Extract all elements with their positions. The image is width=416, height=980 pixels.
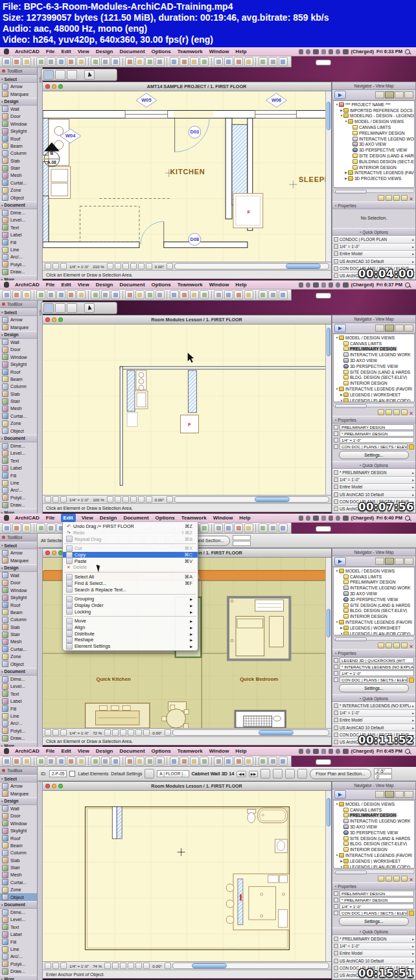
- toolbar-button-20[interactable]: [214, 523, 223, 532]
- tool-window[interactable]: Window: [0, 354, 37, 361]
- scale-indicator[interactable]: 1/4" = 1'-0": [68, 964, 90, 968]
- new-folder-icon[interactable]: [393, 409, 400, 415]
- nav-tree-item[interactable]: ▼LEGENDS | PLAN (FOR COPY): [334, 864, 414, 869]
- tool-dime[interactable]: Dime...: [0, 676, 37, 683]
- edit-menu-item-move[interactable]: Move: [63, 618, 198, 624]
- vertical-scroll-thumb[interactable]: [327, 328, 330, 356]
- zoom-tool-button-6[interactable]: [143, 963, 150, 969]
- tool-skylight[interactable]: Skylight: [0, 361, 37, 368]
- toolbar-button-3[interactable]: [22, 290, 31, 299]
- tool-slab[interactable]: Slab: [0, 157, 37, 165]
- quick-view-button-3[interactable]: [60, 963, 67, 969]
- toolbar-button-26[interactable]: [279, 57, 288, 66]
- close-icon[interactable]: [2, 769, 5, 772]
- toolbar-button-25[interactable]: [268, 290, 277, 299]
- zoom-tool-button-6[interactable]: [146, 263, 152, 269]
- toolbar-button-1[interactable]: [2, 290, 11, 299]
- toolbox-section-more[interactable]: More: [0, 508, 37, 514]
- tool-arc[interactable]: Arc/...: [0, 720, 37, 727]
- tool-wall[interactable]: Wall: [0, 339, 37, 346]
- tool-window[interactable]: Window: [0, 587, 37, 594]
- tool-object[interactable]: Object: [0, 893, 37, 900]
- toolbar-button-2[interactable]: [12, 757, 21, 766]
- edit-menu-item-redo[interactable]: Redo⇧⌘Z: [63, 530, 198, 536]
- toolbar-button-13[interactable]: [135, 290, 144, 299]
- horizontal-scrollbar[interactable]: [172, 963, 329, 969]
- toolbar-button-10[interactable]: [101, 57, 110, 66]
- menu-window[interactable]: Window: [209, 280, 230, 289]
- input-menu-icon[interactable]: [329, 749, 333, 754]
- menu-options[interactable]: Options: [151, 47, 172, 56]
- quick-view-button-2[interactable]: [52, 729, 59, 736]
- edit-menu-item-find-select[interactable]: Find & Select...⌘F: [63, 580, 198, 587]
- edit-menu-item-repeat-drag[interactable]: Repeat Drag⌘B: [63, 536, 198, 542]
- selection-mode-icon[interactable]: [55, 70, 65, 80]
- tool-draw[interactable]: Draw...: [0, 968, 37, 975]
- tool-slab[interactable]: Slab: [0, 624, 37, 631]
- go-to-view-button[interactable]: [334, 91, 346, 99]
- tool-wall[interactable]: Wall: [0, 805, 37, 812]
- nav-tree-item[interactable]: 3D AXO VIEW: [334, 358, 414, 363]
- toolbar-button-21[interactable]: [224, 757, 233, 766]
- tool-label[interactable]: Label: [0, 931, 37, 938]
- bluetooth-icon[interactable]: [336, 49, 340, 54]
- toolbar-button-17[interactable]: [179, 290, 189, 299]
- tool-dime[interactable]: Dime...: [0, 209, 37, 216]
- navigator-hscrollbar[interactable]: [333, 403, 415, 407]
- property-field-2[interactable]: 1/4" = 1'-0": [340, 904, 414, 909]
- quick-option-row-1[interactable]: CONDOC | FLOOR PLAN: [332, 236, 415, 243]
- quick-option-row-3[interactable]: Entire Model: [332, 950, 415, 957]
- toolbar-button-18[interactable]: [190, 290, 199, 299]
- bluetooth-icon[interactable]: [336, 749, 340, 754]
- tool-roof[interactable]: Roof: [0, 834, 37, 841]
- toolbox-section-select[interactable]: Select: [0, 541, 37, 549]
- quick-option-row-1[interactable]: * PRELIMINARY DESIGN: [332, 935, 415, 942]
- tool-line[interactable]: Line: [0, 946, 37, 953]
- quick-option-row-1[interactable]: * INTERACTIVE LEGENDS (NO EXPLAN...: [332, 702, 415, 709]
- tool-marquee[interactable]: Marquee: [0, 556, 37, 564]
- floor-plan-canvas[interactable]: [43, 791, 331, 961]
- spotlight-icon[interactable]: [405, 749, 410, 754]
- tool-curtai[interactable]: Curtai...: [0, 879, 37, 886]
- label-elements-checkbox[interactable]: [69, 771, 75, 777]
- tool-line[interactable]: Line: [0, 479, 37, 486]
- nav-tree-item[interactable]: 3D AXO VIEW: [334, 824, 414, 830]
- menu-window[interactable]: Window: [213, 514, 234, 522]
- view-name-field[interactable]: PRELIMINARY DESIGN: [340, 891, 414, 896]
- zoom-tool-button-1[interactable]: [107, 263, 113, 269]
- script-menu-icon[interactable]: [299, 516, 303, 521]
- nav-tree-item[interactable]: ▼MODEL / DESIGN VIEWS: [334, 335, 414, 341]
- tool-text[interactable]: Text: [0, 924, 37, 931]
- nav-tree-item[interactable]: PRELIMINARY DESIGN: [334, 813, 414, 819]
- menu-document[interactable]: Document: [122, 514, 149, 522]
- view-map-tab[interactable]: [385, 325, 394, 332]
- toolbox-section-design[interactable]: Design: [0, 98, 37, 106]
- toolbar-button-3[interactable]: [22, 757, 31, 766]
- tool-window[interactable]: Window: [0, 820, 37, 827]
- tool-text[interactable]: Text: [0, 457, 37, 464]
- toolbar-button-4[interactable]: [36, 523, 45, 532]
- nav-tree-item[interactable]: ▼*** PROJECT NAME ***: [334, 102, 414, 108]
- fit-in-window-button[interactable]: [167, 263, 173, 269]
- tool-text[interactable]: Text: [0, 690, 37, 698]
- tool-object[interactable]: Object: [0, 660, 37, 667]
- time-machine-icon[interactable]: [321, 516, 326, 521]
- view-map-tab[interactable]: [385, 91, 394, 98]
- tool-wall[interactable]: Wall: [0, 572, 37, 579]
- script-menu-icon[interactable]: [299, 749, 303, 754]
- new-folder-icon[interactable]: [393, 195, 400, 201]
- nav-tree-item[interactable]: ▶LEGENDS | WORKSHEET: [334, 858, 414, 864]
- properties-header[interactable]: Properties: [332, 649, 415, 657]
- close-icon[interactable]: [2, 302, 5, 306]
- toolbar-button-25[interactable]: [268, 57, 277, 66]
- edit-menu-item-delete[interactable]: Delete: [63, 564, 198, 571]
- edit-menu-item-select-all[interactable]: Select All⌘A: [63, 574, 198, 580]
- property-field-3[interactable]: CON DOC | PLANS / SECTS / ELEVS: [340, 677, 408, 683]
- save-view-icon[interactable]: [386, 409, 392, 415]
- zoom-tool-button-2[interactable]: [115, 263, 121, 269]
- quick-option-row-4[interactable]: US ArchiCAD 10 Default: [332, 724, 415, 731]
- nav-tree-item[interactable]: 3D PERSPECTIVE VIEW: [334, 147, 414, 153]
- zoom-tool-button-5[interactable]: [135, 963, 142, 969]
- close-button[interactable]: [45, 84, 50, 89]
- zoom-tool-button-5[interactable]: [138, 263, 144, 269]
